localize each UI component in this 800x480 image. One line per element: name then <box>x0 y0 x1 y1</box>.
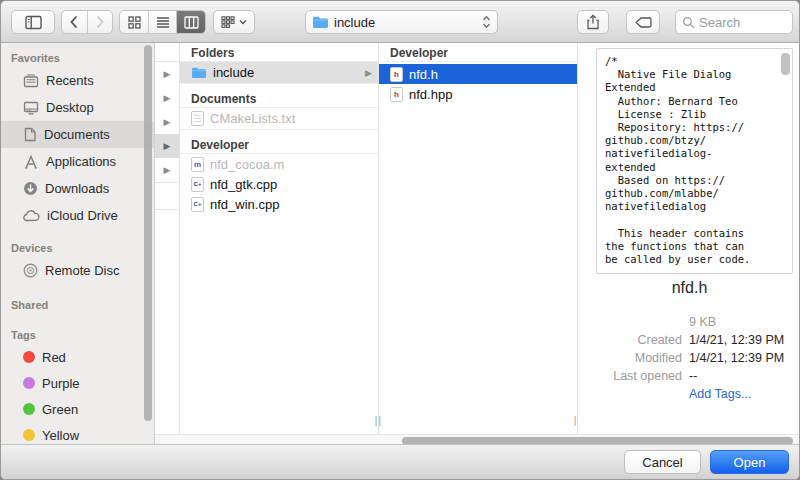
column-group-header: Developer <box>379 46 577 62</box>
sidebar-section-title: Devices <box>1 239 154 257</box>
sidebar-item-label: Remote Disc <box>45 263 119 278</box>
share-button[interactable] <box>577 10 609 34</box>
desktop-icon <box>23 101 39 115</box>
objc-doc-icon: m <box>191 157 204 172</box>
main-area: Favorites Recents Desktop Documents Appl… <box>1 43 800 446</box>
disc-icon <box>23 263 38 278</box>
file-details: 9 KB Created 1/4/21, 12:39 PM Modified 1… <box>578 315 797 401</box>
sidebar-item-applications[interactable]: Applications <box>1 148 154 175</box>
file-row-nfd-h[interactable]: h nfd.h <box>379 64 577 84</box>
file-name: include <box>213 65 359 80</box>
sidebar-item-label: Desktop <box>46 100 94 115</box>
sidebar-toggle-icon <box>25 15 42 30</box>
chevron-right-icon <box>95 15 105 29</box>
browser-area: ▶ ▶ ▶ ▶ ▶ Folders include ▶ <box>155 43 800 446</box>
add-tags-link[interactable]: Add Tags... <box>689 387 797 401</box>
documents-icon <box>23 127 37 142</box>
tag-icon <box>635 17 652 28</box>
forward-button[interactable] <box>88 11 113 33</box>
column-view-button[interactable] <box>177 11 205 33</box>
file-name: nfd.hpp <box>409 87 571 102</box>
icon-view-button[interactable] <box>120 11 149 33</box>
chevron-down-icon <box>239 19 247 25</box>
disclosure-arrow-icon[interactable]: ▶ <box>155 62 179 86</box>
folder-icon <box>312 15 329 29</box>
chevron-left-icon <box>69 15 79 29</box>
column-group-header: Developer <box>180 138 378 154</box>
sidebar-item-label: Green <box>42 402 78 417</box>
applications-icon <box>23 155 39 169</box>
sidebar-item-icloud[interactable]: iCloud Drive <box>1 202 154 229</box>
downloads-icon <box>23 181 38 196</box>
popup-chevrons-icon <box>482 15 491 29</box>
sidebar-item-documents[interactable]: Documents <box>1 121 154 148</box>
created-label: Created <box>578 333 682 347</box>
search-input[interactable] <box>699 15 779 30</box>
list-view-icon <box>156 16 170 29</box>
file-name: nfd_cocoa.m <box>210 157 372 172</box>
column-view-icon <box>184 16 199 29</box>
tag-button[interactable] <box>626 10 660 34</box>
sidebar-tag-green[interactable]: Green <box>1 396 154 422</box>
purple-tag-icon <box>23 377 35 389</box>
sidebar: Favorites Recents Desktop Documents Appl… <box>1 43 155 446</box>
sidebar-section-title: Tags <box>1 326 154 344</box>
cancel-button[interactable]: Cancel <box>624 450 701 474</box>
list-view-button[interactable] <box>149 11 177 33</box>
open-button[interactable]: Open <box>710 450 789 474</box>
file-row-nfd-gtk[interactable]: C+ nfd_gtk.cpp <box>180 174 378 194</box>
sidebar-tag-yellow[interactable]: Yellow <box>1 422 154 446</box>
icloud-icon <box>23 210 40 222</box>
folder-row-include[interactable]: include ▶ <box>180 62 378 83</box>
quicklook-code-preview: /* Native File Dialog Extended Author: B… <box>596 48 793 274</box>
sidebar-item-remote-disc[interactable]: Remote Disc <box>1 257 154 284</box>
disclosure-arrow-icon[interactable]: ▶ <box>155 110 179 134</box>
files-column: Developer h nfd.h h nfd.hpp || <box>379 43 578 434</box>
icon-view-icon <box>128 16 141 29</box>
search-icon <box>682 16 695 29</box>
disclosure-arrow-icon[interactable]: ▶ <box>155 86 179 110</box>
text-doc-icon <box>191 111 204 126</box>
file-row-nfd-win[interactable]: C+ nfd_win.cpp <box>180 194 378 214</box>
created-value: 1/4/21, 12:39 PM <box>689 333 797 347</box>
file-row-cmakelists[interactable]: CMakeLists.txt <box>180 108 378 129</box>
arrange-menu-button[interactable] <box>213 10 255 34</box>
history-nav <box>61 10 113 34</box>
sidebar-section-title: Shared <box>1 296 154 314</box>
sidebar-item-desktop[interactable]: Desktop <box>1 94 154 121</box>
file-row-nfd-hpp[interactable]: h nfd.hpp <box>379 84 577 104</box>
sidebar-item-downloads[interactable]: Downloads <box>1 175 154 202</box>
cpp-doc-icon: C+ <box>191 177 204 192</box>
file-name: nfd.h <box>409 67 571 82</box>
back-button[interactable] <box>62 11 88 33</box>
sidebar-section-title: Favorites <box>1 49 154 67</box>
sidebar-item-label: Documents <box>44 127 110 142</box>
folder-icon <box>191 66 207 79</box>
sidebar-item-label: Yellow <box>42 428 79 443</box>
sidebar-scrollbar[interactable] <box>144 45 152 421</box>
sidebar-item-label: Applications <box>46 154 116 169</box>
sidebar-item-recents[interactable]: Recents <box>1 67 154 94</box>
location-popup[interactable]: include <box>305 10 498 34</box>
header-doc-icon: h <box>390 67 403 82</box>
column-group-header: Folders <box>180 46 378 62</box>
disclosure-arrow-icon[interactable]: ▶ <box>155 134 179 158</box>
sidebar-toggle-button[interactable] <box>11 10 55 34</box>
recents-icon <box>23 74 39 88</box>
sidebar-item-label: Purple <box>42 376 80 391</box>
sidebar-tag-red[interactable]: Red <box>1 344 154 370</box>
arrange-icon <box>221 16 235 28</box>
disclosure-arrow-icon[interactable]: ▶ <box>155 158 179 182</box>
parent-column[interactable]: ▶ ▶ ▶ ▶ ▶ <box>155 43 180 434</box>
preview-scrollbar[interactable] <box>781 53 790 75</box>
sidebar-item-label: iCloud Drive <box>47 208 118 223</box>
cpp-doc-icon: C+ <box>191 197 204 212</box>
search-field[interactable] <box>675 10 793 34</box>
sidebar-tag-purple[interactable]: Purple <box>1 370 154 396</box>
modified-label: Modified <box>578 351 682 365</box>
toolbar: include <box>1 1 799 43</box>
file-name: nfd_win.cpp <box>210 197 372 212</box>
column-group-header: Documents <box>180 92 378 108</box>
file-row-nfd-cocoa[interactable]: m nfd_cocoa.m <box>180 154 378 174</box>
folders-column: Folders include ▶ Documents CMakeLists.t… <box>180 43 379 434</box>
